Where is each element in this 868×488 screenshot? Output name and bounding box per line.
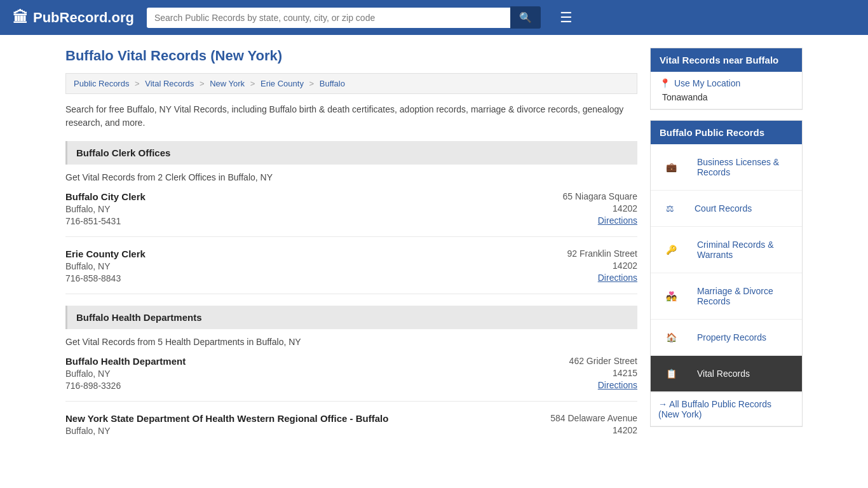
marriage-icon: 💑 <box>658 285 684 308</box>
criminal-icon: 🔑 <box>658 238 684 261</box>
sidebar-item-court[interactable]: ⚖ Court Records <box>651 191 802 227</box>
sidebar-link-all-records[interactable]: → All Buffalo Public Records (New York) <box>651 392 802 426</box>
record-street-erie-clerk: 92 Franklin Street <box>567 248 638 259</box>
record-left-city-clerk: Buffalo City Clerk Buffalo, NY 716-851-5… <box>65 191 146 226</box>
record-name-buffalo-health: Buffalo Health Department <box>65 356 186 367</box>
sidebar-item-property[interactable]: 🏠 Property Records <box>651 320 802 356</box>
breadcrumb-sep-3: > <box>250 79 257 88</box>
record-name-erie-clerk: Erie County Clerk <box>65 248 146 259</box>
section-clerk-subtext: Get Vital Records from 2 Clerk Offices i… <box>65 172 637 182</box>
breadcrumb-sep-4: > <box>309 79 316 88</box>
main-container: Buffalo Vital Records (New York) Public … <box>53 35 815 472</box>
record-right-erie-clerk: 92 Franklin Street 14202 Directions <box>567 248 638 283</box>
use-location-label: Use My Location <box>674 78 740 88</box>
sidebar-label-property: Property Records <box>689 326 774 349</box>
record-directions-erie-clerk[interactable]: Directions <box>567 273 638 283</box>
sidebar-links-list: 💼 Business Licenses & Records ⚖ Court Re… <box>651 144 802 426</box>
logo-text: PubRecord.org <box>33 10 134 26</box>
section-health-subtext: Get Vital Records from 5 Health Departme… <box>65 337 637 347</box>
record-city-state-ny-doh: Buffalo, NY <box>65 426 388 436</box>
page-description: Search for free Buffalo, NY Vital Record… <box>65 103 637 130</box>
main-content: Buffalo Vital Records (New York) Public … <box>65 48 637 459</box>
breadcrumb-sep-1: > <box>135 79 142 88</box>
sidebar-item-criminal[interactable]: 🔑 Criminal Records & Warrants <box>651 227 802 273</box>
page-title: Buffalo Vital Records (New York) <box>65 48 637 64</box>
vital-icon: 📋 <box>658 362 684 385</box>
record-phone-erie-clerk: 716-858-8843 <box>65 273 146 283</box>
record-right-buffalo-health: 462 Grider Street 14215 Directions <box>569 356 637 391</box>
record-street-city-clerk: 65 Niagara Square <box>562 191 637 201</box>
breadcrumb: Public Records > Vital Records > New Yor… <box>65 73 637 94</box>
record-left-erie-clerk: Erie County Clerk Buffalo, NY 716-858-88… <box>65 248 146 283</box>
section-clerk-header: Buffalo Clerk Offices <box>65 141 637 165</box>
record-entry-buffalo-health: Buffalo Health Department Buffalo, NY 71… <box>65 356 637 402</box>
sidebar-vital-records-box: Vital Records near Buffalo 📍 Use My Loca… <box>650 48 803 110</box>
sidebar-label-business: Business Licenses & Records <box>689 151 794 184</box>
sidebar-public-records-title: Buffalo Public Records <box>651 121 802 144</box>
record-zip-erie-clerk: 14202 <box>567 261 638 271</box>
site-header: 🏛 PubRecord.org 🔍 ☰ <box>0 0 868 35</box>
sidebar-public-records-box: Buffalo Public Records 💼 Business Licens… <box>650 120 803 427</box>
section-health-header: Buffalo Health Departments <box>65 306 637 329</box>
directions-link-buffalo-health[interactable]: Directions <box>598 380 637 390</box>
directions-link-erie-clerk[interactable]: Directions <box>598 273 637 283</box>
search-bar: 🔍 <box>147 6 541 29</box>
record-phone-city-clerk: 716-851-5431 <box>65 216 146 226</box>
sidebar-item-vital-records[interactable]: 📋 Vital Records <box>651 356 802 392</box>
logo-icon: 🏛 <box>13 9 28 27</box>
search-icon: 🔍 <box>519 12 532 23</box>
sidebar-item-marriage[interactable]: 💑 Marriage & Divorce Records <box>651 273 802 320</box>
record-directions-city-clerk[interactable]: Directions <box>562 215 637 226</box>
sidebar-item-business[interactable]: 💼 Business Licenses & Records <box>651 144 802 191</box>
record-zip-buffalo-health: 14215 <box>569 368 637 378</box>
directions-link-city-clerk[interactable]: Directions <box>598 215 637 226</box>
record-entry-ny-state-doh: New York State Department Of Health West… <box>65 413 637 448</box>
court-icon: ⚖ <box>658 197 682 220</box>
sidebar-label-criminal: Criminal Records & Warrants <box>689 233 794 266</box>
record-directions-buffalo-health[interactable]: Directions <box>569 380 637 390</box>
sidebar-link-criminal[interactable]: 🔑 Criminal Records & Warrants <box>651 227 802 273</box>
sidebar-link-vital[interactable]: 📋 Vital Records <box>651 356 802 391</box>
search-button[interactable]: 🔍 <box>510 6 541 29</box>
breadcrumb-public-records[interactable]: Public Records <box>74 79 129 88</box>
record-zip-ny-doh: 14202 <box>550 425 637 435</box>
location-pin-icon: 📍 <box>660 78 670 88</box>
menu-button[interactable]: ☰ <box>560 10 573 26</box>
site-logo[interactable]: 🏛 PubRecord.org <box>13 9 134 27</box>
nearby-city-tonawanda[interactable]: Tonawanda <box>660 92 793 102</box>
sidebar: Vital Records near Buffalo 📍 Use My Loca… <box>650 48 803 459</box>
sidebar-link-court[interactable]: ⚖ Court Records <box>651 191 802 226</box>
record-right-city-clerk: 65 Niagara Square 14202 Directions <box>562 191 637 226</box>
record-zip-city-clerk: 14202 <box>562 203 637 214</box>
sidebar-item-all-records[interactable]: → All Buffalo Public Records (New York) <box>651 392 802 426</box>
record-name-ny-doh: New York State Department Of Health West… <box>65 413 388 424</box>
record-city-state-buffalo-health: Buffalo, NY <box>65 369 186 379</box>
breadcrumb-erie-county[interactable]: Erie County <box>261 79 304 88</box>
sidebar-label-vital: Vital Records <box>689 362 757 385</box>
record-street-ny-doh: 584 Delaware Avenue <box>550 413 637 423</box>
record-name-city-clerk: Buffalo City Clerk <box>65 191 146 202</box>
property-icon: 🏠 <box>658 326 684 349</box>
breadcrumb-sep-2: > <box>200 79 207 88</box>
breadcrumb-new-york[interactable]: New York <box>210 79 245 88</box>
use-my-location-button[interactable]: 📍 Use My Location <box>660 78 793 88</box>
sidebar-label-court: Court Records <box>687 197 759 220</box>
record-city-state-city-clerk: Buffalo, NY <box>65 204 146 214</box>
business-icon: 💼 <box>658 156 684 179</box>
search-input[interactable] <box>147 8 510 28</box>
breadcrumb-buffalo[interactable]: Buffalo <box>320 79 345 88</box>
record-phone-buffalo-health: 716-898-3326 <box>65 381 186 391</box>
sidebar-location: 📍 Use My Location Tonawanda <box>651 72 802 109</box>
sidebar-link-marriage[interactable]: 💑 Marriage & Divorce Records <box>651 273 802 319</box>
record-city-state-erie-clerk: Buffalo, NY <box>65 261 146 271</box>
sidebar-link-business[interactable]: 💼 Business Licenses & Records <box>651 144 802 190</box>
breadcrumb-vital-records[interactable]: Vital Records <box>145 79 194 88</box>
record-entry-buffalo-city-clerk: Buffalo City Clerk Buffalo, NY 716-851-5… <box>65 191 637 237</box>
record-left-ny-doh: New York State Department Of Health West… <box>65 413 388 438</box>
sidebar-vital-records-title: Vital Records near Buffalo <box>651 48 802 72</box>
record-right-ny-doh: 584 Delaware Avenue 14202 <box>550 413 637 438</box>
record-street-buffalo-health: 462 Grider Street <box>569 356 637 366</box>
sidebar-label-marriage: Marriage & Divorce Records <box>689 280 794 313</box>
sidebar-link-property[interactable]: 🏠 Property Records <box>651 320 802 355</box>
record-entry-erie-county-clerk: Erie County Clerk Buffalo, NY 716-858-88… <box>65 248 637 294</box>
